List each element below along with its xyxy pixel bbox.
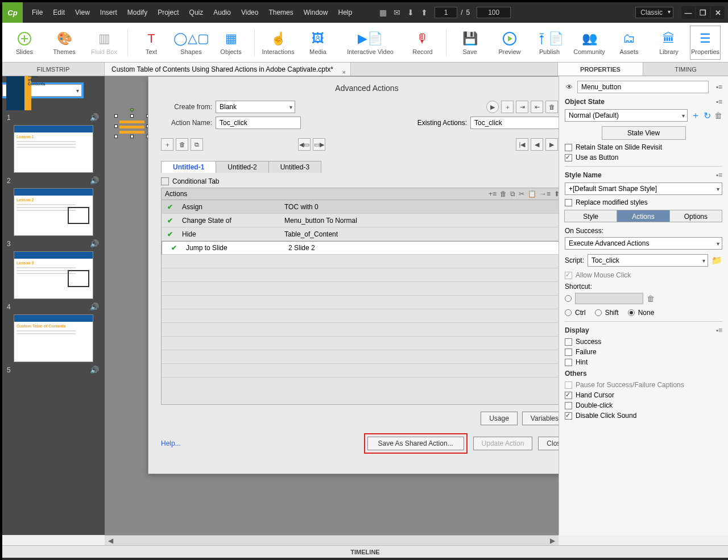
filmstrip-panel[interactable]: Table of Contents 1🔊 Lesson 1 2🔊 Lesson …	[2, 76, 105, 535]
menu-quiz[interactable]: Quiz	[185, 6, 208, 19]
duplicate-decision-button[interactable]: ⧉	[191, 138, 203, 151]
mail-icon[interactable]: ✉	[394, 8, 400, 17]
disable-click-sound-checkbox[interactable]	[565, 412, 572, 420]
ribbon-library[interactable]: 🏛Library	[650, 26, 688, 60]
existing-actions-dropdown[interactable]: Toc_click	[470, 117, 559, 129]
ribbon-interactions[interactable]: ☝Interactions	[259, 26, 297, 60]
success-checkbox[interactable]	[565, 338, 572, 346]
audio-icon[interactable]: 🔊	[90, 176, 99, 185]
move-up-icon[interactable]: ⬆	[554, 190, 559, 198]
replace-styles-checkbox[interactable]	[565, 199, 572, 206]
save-as-shared-action-button[interactable]: Save As Shared Action...	[367, 437, 464, 450]
action-row[interactable]: ✔HideTable_of_Content	[162, 227, 559, 241]
variables-button[interactable]: Variables...	[522, 412, 559, 425]
import-action-button[interactable]: ⇥	[516, 101, 528, 113]
menu-modify[interactable]: Modify	[123, 6, 152, 19]
first-button[interactable]: |◀	[516, 138, 528, 151]
action-name-input[interactable]	[216, 117, 301, 129]
panel-menu-icon[interactable]: ▪≡	[712, 171, 722, 179]
slide-thumb[interactable]: Lesson 1	[14, 125, 93, 173]
menu-video[interactable]: Video	[237, 6, 263, 19]
menu-help[interactable]: Help	[333, 6, 357, 19]
upload-icon[interactable]: ⬆	[421, 8, 428, 17]
close-dialog-button[interactable]: Close	[538, 437, 559, 450]
ribbon-media[interactable]: 🖼Media	[299, 26, 337, 60]
action-row[interactable]	[162, 350, 559, 364]
action-row[interactable]	[162, 309, 559, 323]
menu-audio[interactable]: Audio	[209, 6, 235, 19]
usage-button[interactable]: Usage	[481, 412, 518, 425]
delete-action-button[interactable]: 🗑	[545, 101, 558, 113]
action-row[interactable]	[162, 268, 559, 282]
decision-tab[interactable]: Untitled-3	[268, 161, 321, 173]
hand-cursor-checkbox[interactable]	[565, 392, 572, 399]
workspace-dropdown[interactable]: Classic	[635, 7, 673, 18]
menu-edit[interactable]: Edit	[48, 6, 69, 19]
document-tab[interactable]: Custom Table of Contents Using Shared Ac…	[105, 63, 351, 76]
slide-thumb[interactable]: Lesson 3	[14, 251, 93, 299]
panel-menu-icon[interactable]: ▪≡	[712, 83, 722, 91]
add-decision-button[interactable]: ＋	[161, 138, 173, 151]
action-row[interactable]	[162, 364, 559, 378]
browse-script-icon[interactable]: 📁	[712, 255, 722, 266]
page-current-input[interactable]	[435, 7, 457, 18]
zoom-input[interactable]	[477, 7, 511, 18]
action-row[interactable]: ✔Jump to Slide2 Slide 2	[162, 241, 559, 255]
slide-thumb[interactable]: Table of Contents	[2, 84, 82, 97]
action-row[interactable]: ✔Change State ofMenu_button To Normal	[162, 214, 559, 227]
ribbon-shapes[interactable]: ◯△▢Shapes	[172, 26, 210, 60]
layout-icon[interactable]: ▦	[379, 8, 387, 17]
actions-grid[interactable]: ✔AssignTOC with 0 ✔Change State ofMenu_b…	[161, 200, 559, 405]
use-as-button-checkbox[interactable]	[565, 154, 572, 161]
action-row[interactable]	[162, 323, 559, 337]
ribbon-slides[interactable]: Slides	[6, 26, 43, 60]
decision-tab[interactable]: Untitled-1	[161, 161, 216, 173]
add-row-icon[interactable]: +≡	[489, 190, 497, 198]
menu-file[interactable]: File	[27, 6, 47, 19]
ribbon-community[interactable]: 👥Community	[570, 26, 608, 60]
double-click-checkbox[interactable]	[565, 402, 572, 409]
move-left-button[interactable]: ◀▭	[298, 138, 311, 151]
paste-row-icon[interactable]: 📋	[528, 190, 536, 198]
state-view-button[interactable]: State View	[602, 126, 686, 140]
add-state-icon[interactable]: ＋	[691, 110, 700, 122]
none-radio[interactable]	[628, 309, 635, 316]
move-right-button[interactable]: ▭▶	[313, 138, 325, 151]
delete-state-icon[interactable]: 🗑	[714, 111, 722, 120]
action-row[interactable]	[162, 296, 559, 309]
ribbon-objects[interactable]: ▦Objects	[212, 26, 250, 60]
ribbon-text[interactable]: TText	[133, 26, 170, 60]
delete-decision-button[interactable]: 🗑	[176, 138, 188, 151]
slide-thumb[interactable]: Lesson 2	[14, 188, 93, 236]
download-icon[interactable]: ⬇	[407, 8, 414, 17]
style-name-dropdown[interactable]: +[Default Smart Shape Style]	[565, 182, 722, 195]
copy-row-icon[interactable]: ⧉	[510, 190, 515, 198]
selected-shape[interactable]	[116, 116, 148, 136]
menu-themes[interactable]: Themes	[264, 6, 297, 19]
clear-shortcut-icon[interactable]: 🗑	[647, 294, 655, 303]
audio-icon[interactable]: 🔊	[90, 239, 99, 248]
failure-checkbox[interactable]	[565, 349, 572, 356]
ribbon-record[interactable]: 🎙Record	[404, 26, 441, 60]
timeline-panel-header[interactable]: TIMELINE	[2, 545, 728, 558]
action-row[interactable]	[162, 255, 559, 268]
prev-button[interactable]: ◀	[531, 138, 543, 151]
state-dropdown[interactable]: Normal (Default)	[565, 109, 688, 122]
menu-window[interactable]: Window	[299, 6, 333, 19]
menu-view[interactable]: View	[71, 6, 94, 19]
script-dropdown[interactable]: Toc_click	[588, 254, 708, 267]
menu-project[interactable]: Project	[153, 6, 183, 19]
hint-checkbox[interactable]	[565, 359, 572, 366]
ribbon-publish[interactable]: ⭱📄Publish	[531, 26, 568, 60]
subtab-style[interactable]: Style	[564, 210, 617, 222]
reset-state-icon[interactable]: ↻	[704, 110, 711, 121]
action-row[interactable]	[162, 337, 559, 350]
horizontal-scrollbar[interactable]: ◀▶	[105, 535, 559, 545]
preview-action-button[interactable]: ▶	[486, 101, 499, 113]
retain-state-checkbox[interactable]	[565, 144, 572, 151]
panel-menu-icon[interactable]: ▪≡	[712, 98, 722, 106]
insert-row-icon[interactable]: →≡	[540, 190, 551, 198]
action-row[interactable]	[162, 282, 559, 296]
menu-insert[interactable]: Insert	[96, 6, 122, 19]
visibility-icon[interactable]: 👁	[565, 83, 574, 91]
